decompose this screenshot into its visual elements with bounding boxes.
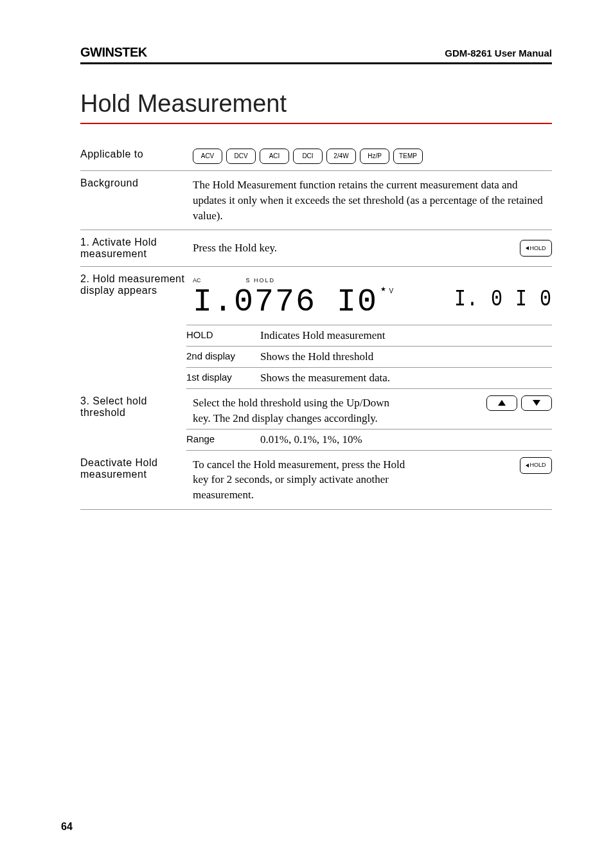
section-applicable: Applicable to ACV DCV ACI DCI 2/4W Hz/P …: [80, 142, 552, 171]
d1-sub-text: Shows the measurement data.: [260, 372, 552, 384]
deact-label: Deactivate Hold measurement: [80, 457, 193, 503]
mode-btn-hzp: Hz/P: [360, 149, 389, 164]
down-key: [521, 395, 552, 411]
hold-sub-label: HOLD: [186, 329, 260, 342]
mode-btn-aci: ACI: [260, 149, 289, 164]
section-background: Background The Hold Measurement function…: [80, 171, 552, 230]
page-number: 64: [61, 821, 73, 833]
hold-key: HOLD: [520, 240, 552, 257]
section-deactivate: Deactivate Hold measurement To cancel th…: [80, 451, 552, 510]
up-arrow-icon: [498, 400, 506, 406]
step3-text: Select the hold threshold using the Up/D…: [193, 395, 405, 426]
mode-btn-temp: TEMP: [393, 149, 423, 164]
step1-label: 1. Activate Hold measurement: [80, 237, 193, 260]
section-step3: 3. Select hold threshold Select the hold…: [80, 389, 552, 429]
range-text: 0.01%, 0.1%, 1%, 10%: [260, 433, 552, 446]
applicable-buttons: ACV DCV ACI DCI 2/4W Hz/P TEMP: [193, 149, 552, 164]
page-header: GWINSTEK GDM-8261 User Manual: [80, 45, 552, 64]
deact-text: To cancel the Hold measurement, press th…: [193, 457, 411, 503]
mode-btn-dci: DCI: [293, 149, 323, 164]
down-arrow-icon: [533, 400, 540, 406]
background-text: The Hold Measurement function retains th…: [193, 177, 552, 223]
mode-btn-acv: ACV: [193, 149, 222, 164]
disp-unit: V: [389, 287, 394, 294]
lcd-display: AC S HOLD I.0776 I0 ★ V I. 0 I 0: [193, 273, 552, 325]
background-label: Background: [80, 177, 193, 223]
title-rule: [80, 123, 552, 124]
main-title: Hold Measurement: [80, 90, 552, 118]
hold-sub-text: Indicates Hold measurement: [260, 329, 552, 342]
mode-btn-24w: 2/4W: [326, 149, 356, 164]
d1-sub-label: 1st display: [186, 372, 260, 384]
applicable-label: Applicable to: [80, 149, 193, 164]
d2-sub-text: Shows the Hold threshold: [260, 350, 552, 363]
step1-text: Press the Hold key.: [193, 240, 277, 256]
section-step2: 2. Hold measurement display appears AC S…: [80, 267, 552, 325]
brand-logo: GWINSTEK: [80, 45, 147, 60]
step2-label: 2. Hold measurement display appears: [80, 273, 193, 325]
disp-second-reading: I. 0 I 0: [454, 283, 552, 325]
disp-main-reading: I.0776 I0: [193, 284, 378, 320]
d2-sub-label: 2nd display: [186, 350, 260, 363]
step3-label: 3. Select hold threshold: [80, 395, 193, 426]
range-label: Range: [186, 433, 260, 446]
hold-key-2: HOLD: [520, 457, 552, 474]
left-arrow-icon-2: [526, 464, 529, 467]
up-key: [486, 395, 517, 411]
section-step1: 1. Activate Hold measurement Press the H…: [80, 230, 552, 267]
mode-btn-dcv: DCV: [226, 149, 256, 164]
manual-title: GDM-8261 User Manual: [445, 48, 552, 59]
left-arrow-icon: [526, 246, 529, 250]
